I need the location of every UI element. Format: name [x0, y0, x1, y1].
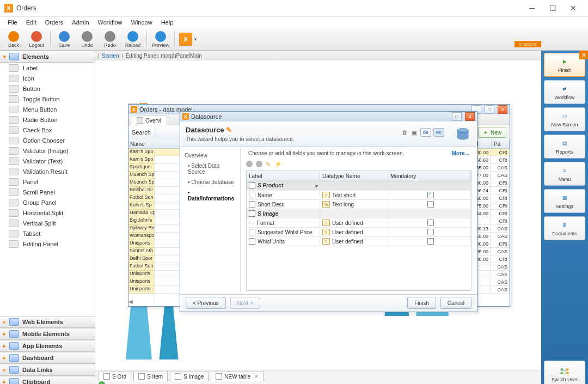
field-row[interactable]: Short DescTeText long: [247, 200, 471, 209]
palette-item[interactable]: Vertical Split: [0, 218, 95, 228]
palette-item[interactable]: Button: [0, 83, 95, 94]
wizard-step[interactable]: • Data/Informations: [180, 187, 240, 204]
palette-item[interactable]: Horizontal Split: [0, 208, 95, 218]
more-link[interactable]: More...: [452, 150, 469, 156]
dm-maximize-button[interactable]: □: [485, 105, 494, 114]
table-row[interactable]: Kam's Spo: [128, 149, 155, 156]
accordion-clipboard[interactable]: ▸Clipboard: [0, 376, 95, 384]
wizard-step[interactable]: • Select Data Source: [180, 161, 240, 177]
wizard-maximize-button[interactable]: □: [452, 112, 462, 121]
accordion-data-links[interactable]: ▸Data Links: [0, 364, 95, 376]
table-row[interactable]: Simms Ath: [128, 248, 155, 255]
wizard-titlebar[interactable]: X Datasource □ ✕: [180, 112, 477, 121]
reports-button[interactable]: ▤Reports: [544, 135, 585, 159]
mandatory-checkbox[interactable]: [427, 201, 434, 208]
checkbox[interactable]: [249, 192, 255, 198]
table-row[interactable]: Delhi Spor: [128, 255, 155, 263]
palette-item[interactable]: Toggle Button: [0, 94, 95, 104]
menu-orders[interactable]: Orders: [41, 18, 68, 27]
redo-button[interactable]: Redo: [99, 31, 121, 48]
menu-workflow[interactable]: Workflow: [94, 18, 127, 27]
new-button[interactable]: ＋New: [478, 127, 506, 138]
checkbox[interactable]: [249, 229, 255, 235]
new-screen-button[interactable]: ▭New Screen: [544, 107, 585, 131]
checkbox[interactable]: [249, 201, 255, 208]
scroll-left-icon[interactable]: ◀: [128, 298, 133, 304]
col-datatype[interactable]: Datatype Name: [320, 171, 388, 181]
palette-item[interactable]: Radio Button: [0, 114, 95, 125]
accordion-app-elements[interactable]: ▸App Elements: [0, 340, 95, 352]
menu-file[interactable]: File: [3, 18, 22, 27]
palette-item[interactable]: Option Chooser: [0, 135, 95, 145]
mandatory-checkbox[interactable]: [427, 238, 434, 245]
table-row[interactable]: Futbol Son: [128, 263, 155, 271]
wizard-step[interactable]: • Choose database: [180, 177, 240, 187]
cancel-button[interactable]: Cancel: [440, 297, 471, 309]
table-row[interactable]: Kam's Spo: [128, 156, 155, 164]
mandatory-checkbox[interactable]: [427, 229, 434, 235]
field-row[interactable]: Whlsl UnitsTUser defined: [247, 237, 471, 246]
edit-icon[interactable]: ✎: [266, 161, 271, 168]
table-row[interactable]: Muench Sp: [128, 179, 155, 187]
palette-item[interactable]: Validator (Image): [0, 145, 95, 156]
palette-item[interactable]: Group Panel: [0, 197, 95, 208]
checkbox[interactable]: [249, 238, 255, 245]
dropdown-icon[interactable]: ▼: [193, 37, 198, 42]
palette-item[interactable]: Menu Button: [0, 104, 95, 114]
documents-button[interactable]: 🗎Documents: [544, 216, 585, 240]
minimize-button[interactable]: ─: [522, 2, 542, 15]
name-header[interactable]: Name: [128, 139, 155, 149]
table-row[interactable]: Unisports: [128, 240, 155, 248]
close-button[interactable]: ✕: [563, 2, 584, 15]
dm-close-button[interactable]: ✕: [498, 105, 507, 114]
workflow-button[interactable]: ⇄Workflow: [544, 80, 585, 104]
bottom-tab[interactable]: S Ord: [99, 371, 131, 381]
table-row[interactable]: Muench Sp: [128, 172, 155, 179]
bottom-tab[interactable]: S Item: [133, 371, 168, 381]
mandatory-checkbox[interactable]: [427, 192, 434, 198]
palette-item[interactable]: Panel: [0, 176, 95, 187]
vision-icon[interactable]: X: [179, 33, 192, 46]
add-tab-button[interactable]: +: [99, 381, 105, 384]
palette-header[interactable]: ▾ Elements: [0, 51, 95, 63]
back-button[interactable]: Back: [2, 31, 25, 48]
mandatory-checkbox[interactable]: [427, 220, 434, 226]
reload-button[interactable]: Reload: [121, 31, 144, 48]
field-row[interactable]: NameTText short: [247, 191, 471, 200]
palette-item[interactable]: Validator (Text): [0, 156, 95, 166]
table-row[interactable]: Ojibway Re: [128, 225, 155, 233]
bottom-tab[interactable]: NEW table✕: [211, 371, 264, 381]
design-canvas[interactable]: 🗑 X Orders - data model _ □ ✕ Overvi: [95, 60, 541, 370]
switch-user-button[interactable]: Switch User: [544, 361, 585, 384]
logout-button[interactable]: Logout: [25, 31, 48, 48]
accordion-web-elements[interactable]: ▸Web Elements: [0, 316, 95, 328]
table-row[interactable]: Futbol Son: [128, 194, 155, 202]
field-row[interactable]: FormatTUser defined: [247, 218, 471, 228]
nav-dot-1[interactable]: [246, 161, 253, 167]
accordion-mobile-elements[interactable]: ▸Mobile Elements: [0, 328, 95, 340]
pa-header[interactable]: Pa: [492, 139, 510, 148]
palette-item[interactable]: Label: [0, 63, 95, 73]
palette-item[interactable]: Editing Panel: [0, 239, 95, 249]
table-row[interactable]: Kuhn's Sp: [128, 202, 155, 210]
palette-item[interactable]: Icon: [0, 73, 95, 83]
dm-overview-tab[interactable]: Overvi: [131, 115, 167, 125]
menu-button[interactable]: ≡Menu: [544, 162, 585, 186]
edit-icon[interactable]: ✎: [226, 126, 232, 134]
nav-dot-2[interactable]: [256, 161, 262, 167]
table-row[interactable]: Unisports: [128, 278, 155, 286]
accordion-dashboard[interactable]: ▸Dashboard: [0, 352, 95, 364]
previous-button[interactable]: < Previous: [186, 297, 226, 309]
menu-window[interactable]: Window: [127, 18, 157, 27]
finish-button[interactable]: Finish: [407, 297, 436, 309]
lightning-icon[interactable]: ⚡: [274, 161, 282, 168]
maximize-button[interactable]: ☐: [542, 2, 563, 15]
table-row[interactable]: Hamada Sp: [128, 210, 155, 217]
menu-help[interactable]: Help: [157, 18, 178, 27]
menu-admin[interactable]: Admin: [68, 18, 93, 27]
palette-item[interactable]: Tabset: [0, 228, 95, 239]
lang-en-button[interactable]: en: [433, 128, 444, 137]
table-row[interactable]: Womanspo: [128, 233, 155, 240]
breadcrumb-screen[interactable]: Screen: [102, 53, 119, 59]
field-row[interactable]: Suggested Whlsl Price#User defined: [247, 228, 471, 237]
